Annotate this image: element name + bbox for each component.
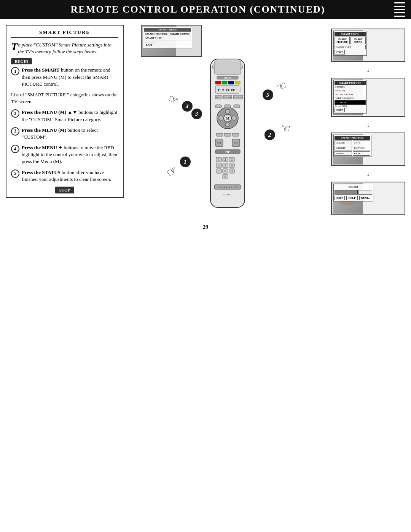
header-icon [392, 0, 407, 19]
svg-rect-15 [232, 133, 239, 136]
arrow-1: ↓ [331, 66, 405, 74]
num-4: 4 [182, 101, 193, 112]
svg-rect-13 [216, 133, 223, 136]
s2-custom: CUSTOM [335, 100, 366, 105]
arrow-3: ↓ [331, 170, 405, 178]
hand-pointer-4: ☞ [167, 92, 180, 107]
tv-screen-3: SMART PICTURE COLOR TINT BRIGHT PICTURE … [331, 133, 405, 166]
svg-rect-10 [215, 105, 221, 108]
exit-btn-1: EXIT [144, 43, 154, 47]
s4-slider [335, 190, 372, 195]
center-area: SMART MENU SMART PICTURESMART SOUND SMAR… [129, 25, 325, 217]
hand-pointer-1: ☞ [164, 162, 180, 180]
s3-bright: BRIGHT [335, 146, 352, 150]
svg-text:VOL: VOL [217, 142, 221, 144]
remote-illustration: M VOL CH PIP 1 [190, 55, 266, 217]
s3-sharp: SHARP [335, 151, 352, 156]
step-text-5: Press the STATUS button after you have f… [22, 169, 118, 183]
step-num-5: 5 [11, 169, 19, 178]
s2-movies: MOVIES [335, 89, 366, 93]
step-text-1: Press the SMART button on the remote and… [22, 67, 118, 88]
s4-next: NEXT... [359, 196, 372, 200]
svg-text:8: 8 [225, 169, 226, 173]
hand-pointer-2: ☞ [280, 121, 291, 135]
s4-exit: EXIT [335, 196, 345, 200]
tv-screen-1: SMART MENU SMARTPICTURE SMARTSOUND SMART… [331, 29, 405, 62]
s3-tint: TINT [353, 141, 370, 145]
s3-color: COLOR [335, 141, 352, 145]
svg-point-4 [225, 109, 230, 114]
svg-rect-49 [228, 81, 234, 84]
num-1: 1 [180, 157, 191, 167]
step-5: 5 Press the STATUS button after you have… [11, 169, 118, 183]
left-panel: Smart Picture To place "CUSTOM" Smart Pi… [6, 25, 124, 198]
screen-1: SMART MENU SMART PICTURESMART SOUND SMAR… [141, 25, 202, 57]
s3-picture: PICTURE [353, 146, 370, 150]
s1-exit: EXIT [335, 50, 345, 54]
svg-rect-14 [224, 133, 231, 136]
page-title: Remote Control Operation (Continued) [8, 4, 388, 15]
svg-text:PIP: PIP [225, 150, 230, 153]
step-text-2: Press the MENU (M) ▲▼ buttons to highlig… [22, 109, 118, 123]
svg-text:3: 3 [231, 158, 233, 161]
svg-rect-48 [222, 81, 227, 84]
svg-text:SMART: SMART [223, 77, 231, 79]
svg-point-7 [232, 116, 236, 120]
s2-title: SMART PICTURE [335, 81, 366, 85]
svg-text:CH: CH [234, 142, 237, 144]
svg-text:4: 4 [218, 164, 220, 167]
menu-title-1: SMART MENU [144, 28, 191, 32]
svg-text:▶▶: ▶▶ [231, 88, 236, 91]
svg-text:M: M [226, 117, 229, 120]
step-num-1: 1 [11, 67, 19, 75]
begin-badge: BEGIN [11, 58, 32, 64]
svg-text:STATUS: STATUS [234, 96, 242, 99]
drop-cap: T [11, 42, 18, 52]
svg-text:■: ■ [222, 88, 223, 91]
screens-panel: SMART MENU SMARTPICTURE SMARTSOUND SMART… [331, 25, 405, 215]
step-2: 2 Press the MENU (M) ▲▼ buttons to highl… [11, 109, 118, 123]
s2-note: M to SETUP [335, 105, 366, 107]
tv-box-1: SMART MENU SMART PICTURESMART SOUND SMAR… [141, 25, 202, 57]
svg-text:6: 6 [231, 164, 233, 167]
step-4: 4 Press the MENU ✦ buttons to move the R… [11, 144, 118, 165]
svg-text:9: 9 [231, 169, 233, 173]
step-3: 3 Press the MENU (M) button to select "C… [11, 127, 118, 141]
svg-rect-50 [235, 81, 240, 84]
s2-exit: EXIT [335, 108, 345, 112]
num-2: 2 [264, 129, 275, 140]
step-text-3: Press the MENU (M) button to select "CUS… [22, 127, 118, 141]
svg-text:2: 2 [225, 158, 226, 161]
s2-weak: WEAK SIGNAL [335, 93, 366, 96]
step-num-4: 4 [11, 145, 19, 153]
svg-text:M  O  D  E: M O D E [223, 193, 232, 196]
intro-text: To place "CUSTOM" Smart Picture settings… [11, 42, 118, 55]
svg-text:MUTE: MUTE [216, 96, 222, 99]
num-3: 3 [191, 109, 202, 119]
s2-sports: SPORTS [335, 85, 366, 89]
s4-title: COLOR [335, 185, 372, 189]
stop-badge: STOP [55, 187, 74, 193]
s3-title: SMART PICTURE [335, 136, 370, 140]
s1-item1: SMARTPICTURE [335, 37, 350, 44]
remote-svg: M VOL CH PIP 1 [190, 55, 266, 215]
svg-text:0: 0 [225, 175, 226, 179]
svg-text:STOP ■: STOP ■ [224, 96, 231, 99]
page-number: 29 [0, 217, 411, 234]
svg-point-5 [225, 122, 230, 127]
tv-screen-2: SMART PICTURE SPORTS MOVIES WEAK SIGNAL … [331, 78, 405, 117]
step-list: List of "SMART PICTURE " categories show… [11, 91, 118, 105]
page-header: Remote Control Operation (Continued) [0, 0, 411, 19]
svg-rect-11 [225, 105, 231, 108]
svg-rect-2 [214, 61, 241, 74]
step-text-4: Press the MENU ✦ buttons to move the RED… [22, 144, 118, 165]
hand-pointer-5: ☞ [275, 79, 288, 94]
svg-text:1: 1 [218, 158, 220, 161]
svg-text:POWER  VCR  CB  TV: POWER VCR CB TV [217, 186, 238, 189]
svg-text:5: 5 [225, 164, 226, 167]
num-5: 5 [263, 89, 273, 100]
s1-item3: SMART SURF [335, 45, 366, 49]
svg-rect-47 [215, 81, 221, 84]
step-num-2: 2 [11, 109, 19, 118]
svg-text:◀◀: ◀◀ [225, 88, 229, 91]
